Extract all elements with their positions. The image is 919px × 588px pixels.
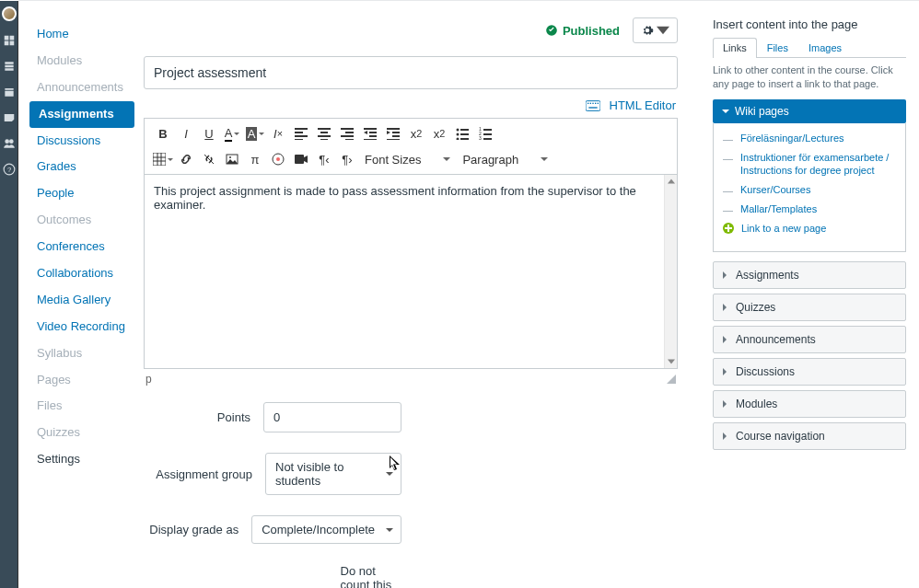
align-left-button[interactable] (290, 122, 312, 144)
font-size-select[interactable]: Font Sizes (359, 148, 456, 170)
display-grade-select[interactable]: Complete/Incomplete (251, 515, 401, 544)
table-button[interactable] (152, 148, 174, 170)
svg-point-21 (276, 157, 280, 161)
svg-point-14 (457, 138, 460, 141)
nav-discussions[interactable]: Discussions (18, 128, 140, 155)
pilcrow-ltr-button[interactable]: ¶‹ (313, 148, 335, 170)
section-assignments[interactable]: Assignments (713, 261, 906, 289)
points-label: Points (144, 410, 263, 424)
nav-files[interactable]: Files (18, 393, 140, 420)
nav-collaborations[interactable]: Collaborations (18, 260, 140, 287)
points-input[interactable] (263, 402, 401, 432)
help-icon[interactable]: ? (3, 163, 16, 176)
svg-text:3: 3 (479, 135, 482, 140)
groups-icon[interactable] (3, 137, 16, 150)
svg-point-1 (9, 139, 14, 144)
nav-assignments[interactable]: Assignments (29, 101, 134, 128)
svg-rect-9 (595, 102, 596, 103)
calendar-icon[interactable] (3, 86, 16, 98)
resize-handle[interactable] (667, 375, 676, 384)
keyboard-icon[interactable] (586, 99, 600, 112)
section-announcements[interactable]: Announcements (713, 326, 906, 353)
tab-files[interactable]: Files (757, 38, 798, 58)
nav-conferences[interactable]: Conferences (18, 234, 140, 260)
dashboard-icon[interactable] (3, 34, 16, 47)
media-button[interactable] (267, 148, 289, 170)
nav-video-recording[interactable]: Video Recording (18, 314, 140, 340)
section-course-navigation[interactable]: Course navigation (713, 422, 906, 450)
nav-home[interactable]: Home (18, 21, 140, 48)
equation-button[interactable]: π (244, 148, 266, 170)
editor-scrollbar[interactable] (664, 175, 677, 368)
wiki-link[interactable]: Mallar/Templates (740, 202, 817, 215)
wiki-link[interactable]: Kurser/Courses (740, 183, 810, 196)
nav-pages[interactable]: Pages (18, 367, 140, 394)
wiki-link[interactable]: Instruktioner för examensarbete / Instru… (740, 151, 896, 178)
bold-button[interactable]: B (152, 122, 174, 144)
svg-point-19 (229, 156, 231, 158)
section-discussions[interactable]: Discussions (713, 358, 906, 386)
link-button[interactable] (175, 148, 197, 170)
unlink-button[interactable] (198, 148, 220, 170)
svg-rect-8 (592, 102, 593, 103)
rce-editor[interactable]: This project assignment is made to pass … (144, 174, 678, 369)
align-right-button[interactable] (336, 122, 358, 144)
nav-media-gallery[interactable]: Media Gallery (18, 287, 140, 314)
tab-links[interactable]: Links (713, 38, 757, 58)
editor-path: p (145, 373, 152, 386)
subscript-button[interactable]: x2 (428, 122, 450, 144)
svg-text:?: ? (6, 166, 10, 174)
underline-button[interactable]: U (198, 122, 220, 144)
outdent-button[interactable] (359, 122, 381, 144)
no-count-label: Do not count this assignment towards the… (341, 564, 401, 588)
nav-grades[interactable]: Grades (18, 154, 140, 180)
courses-icon[interactable] (3, 60, 16, 73)
chevron-down-icon (657, 24, 669, 37)
insert-content-sidebar: Insert content into the page Links Files… (705, 1, 919, 588)
main-content: Published HTML Editor B I U A A I× x2 (140, 1, 705, 588)
align-center-button[interactable] (313, 122, 335, 144)
published-label: Published (563, 24, 620, 38)
tab-images[interactable]: Images (798, 38, 852, 58)
nav-people[interactable]: People (18, 180, 140, 207)
nav-outcomes[interactable]: Outcomes (18, 207, 140, 234)
clear-format-button[interactable]: I× (267, 122, 289, 144)
sidebar-title: Insert content into the page (713, 17, 906, 31)
superscript-button[interactable]: x2 (405, 122, 427, 144)
text-color-button[interactable]: A (221, 122, 243, 144)
wiki-pages-header[interactable]: Wiki pages (713, 99, 906, 123)
wiki-new-page-link[interactable]: Link to a new page (741, 222, 826, 235)
sidebar-help: Link to other content in the course. Cli… (713, 63, 906, 92)
block-format-select[interactable]: Paragraph (457, 148, 553, 170)
section-modules[interactable]: Modules (713, 390, 906, 418)
pilcrow-rtl-button[interactable]: ¶› (336, 148, 358, 170)
section-quizzes[interactable]: Quizzes (713, 294, 906, 321)
nav-modules[interactable]: Modules (18, 48, 140, 75)
italic-button[interactable]: I (175, 122, 197, 144)
wiki-pages-list: —Föreläsningar/Lectures —Instruktioner f… (713, 123, 906, 252)
plus-icon (723, 223, 734, 234)
image-button[interactable] (221, 148, 243, 170)
bullet-list-button[interactable] (451, 122, 473, 144)
global-nav-rail: ? (0, 1, 18, 588)
assignment-title-input[interactable] (144, 56, 678, 89)
settings-menu-button[interactable] (633, 17, 678, 43)
record-button[interactable] (290, 148, 312, 170)
indent-button[interactable] (382, 122, 404, 144)
nav-quizzes[interactable]: Quizzes (18, 420, 140, 446)
nav-settings[interactable]: Settings (18, 446, 140, 473)
course-nav: Home Modules Announcements Assignments D… (18, 1, 140, 588)
assignment-group-select[interactable]: Not visible to students (265, 453, 401, 495)
nav-announcements[interactable]: Announcements (18, 75, 140, 101)
wiki-link[interactable]: Föreläsningar/Lectures (740, 132, 844, 144)
html-editor-link[interactable]: HTML Editor (610, 98, 676, 112)
avatar[interactable] (2, 6, 17, 21)
inbox-icon[interactable] (3, 111, 16, 124)
number-list-button[interactable]: 123 (474, 122, 496, 144)
svg-rect-22 (295, 155, 304, 164)
nav-syllabus[interactable]: Syllabus (18, 340, 140, 367)
bg-color-button[interactable]: A (244, 122, 266, 144)
display-grade-label: Display grade as (144, 523, 251, 536)
no-count-checkbox[interactable]: Do not count this assignment towards the… (321, 564, 401, 588)
svg-point-12 (457, 129, 460, 132)
